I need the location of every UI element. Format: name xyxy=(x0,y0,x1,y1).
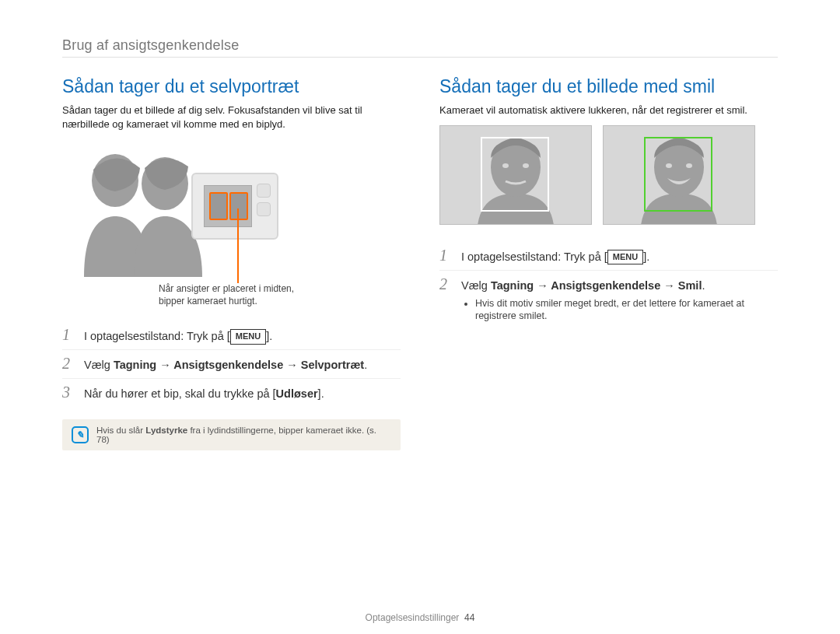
focus-frame-icon xyxy=(229,192,248,220)
section-title-smile: Sådan tager du et billede med smil xyxy=(439,76,778,97)
smile-illustrations xyxy=(439,125,778,225)
note-text: Hvis du slår Lydstyrke fra i lydindstill… xyxy=(96,426,391,444)
detection-frame-white xyxy=(481,137,549,212)
intro-selfportrait: Sådan tager du et billede af dig selv. F… xyxy=(62,103,401,131)
step-item: 2 Vælg Tagning → Ansigtsgenkendelse → Sm… xyxy=(439,270,778,328)
menu-button-label: MENU xyxy=(230,329,266,345)
camera-viewfinder xyxy=(204,185,252,227)
illustration-selfportrait xyxy=(62,138,319,278)
camera-button-icon xyxy=(257,202,271,216)
step-item: 3 Når du hører et bip, skal du trykke på… xyxy=(62,378,401,407)
intro-smile: Kameraet vil automatisk aktivere lukkere… xyxy=(439,103,778,117)
step-number: 1 xyxy=(62,326,75,344)
step-bullet: Hvis dit motiv smiler meget bredt, er de… xyxy=(475,297,778,324)
note-box: ✎ Hvis du slår Lydstyrke fra i lydindsti… xyxy=(62,419,401,450)
breadcrumb: Brug af ansigtsgenkendelse xyxy=(62,37,778,58)
smile-frame-detected xyxy=(603,125,755,225)
focus-frame-icon xyxy=(209,192,228,220)
step-item: 1 I optagelsestilstand: Tryk på [MENU]. xyxy=(62,321,401,349)
callout-line xyxy=(237,208,239,283)
step-number: 1 xyxy=(439,247,452,264)
note-icon: ✎ xyxy=(72,426,89,443)
step-item: 1 I optagelsestilstand: Tryk på [MENU]. xyxy=(439,242,778,270)
column-smile: Sådan tager du et billede med smil Kamer… xyxy=(439,76,778,450)
illustration-caption: Når ansigter er placeret i midten, bippe… xyxy=(159,283,401,307)
section-title-selfportrait: Sådan tager du et selvportræt xyxy=(62,76,401,97)
step-number: 3 xyxy=(62,384,75,401)
column-selfportrait: Sådan tager du et selvportræt Sådan tage… xyxy=(62,76,401,450)
camera-body xyxy=(191,173,278,240)
steps-selfportrait: 1 I optagelsestilstand: Tryk på [MENU]. … xyxy=(62,321,401,407)
steps-smile: 1 I optagelsestilstand: Tryk på [MENU]. … xyxy=(439,242,778,328)
camera-button-icon xyxy=(257,184,271,198)
detection-frame-green xyxy=(644,137,712,212)
page-footer: Optagelsesindstillinger 44 xyxy=(0,612,840,623)
smile-frame-neutral xyxy=(439,125,592,225)
menu-button-label: MENU xyxy=(607,250,643,265)
step-item: 2 Vælg Tagning → Ansigtsgenkendelse → Se… xyxy=(62,349,401,378)
step-number: 2 xyxy=(439,275,452,293)
step-number: 2 xyxy=(62,355,75,373)
